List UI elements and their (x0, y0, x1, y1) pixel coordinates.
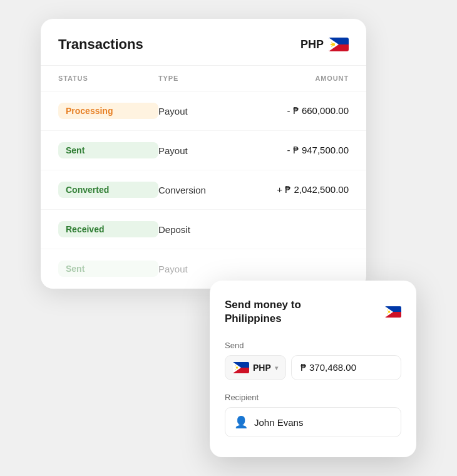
col-status-label: STATUS (58, 75, 158, 82)
amount-1: - ₱ 660,000.00 (259, 105, 349, 116)
recipient-name: John Evans (254, 417, 303, 428)
transactions-title: Transactions (58, 36, 143, 53)
col-amount-label: AMOUNT (259, 75, 349, 82)
ph-flag-icon (329, 38, 349, 51)
svg-point-13 (387, 313, 388, 314)
svg-point-20 (235, 369, 235, 370)
currency-selector[interactable]: PHP ▾ (225, 355, 286, 380)
type-payout-3: Payout (158, 264, 259, 274)
svg-point-21 (237, 367, 237, 368)
type-conversion: Conversion (158, 185, 259, 195)
table-row: Converted Conversion + ₱ 2,042,500.00 (41, 170, 366, 210)
status-badge-processing: Processing (58, 103, 158, 119)
ph-flag-send-icon (385, 306, 401, 318)
type-payout-1: Payout (158, 106, 259, 116)
type-deposit: Deposit (158, 224, 259, 235)
send-money-header: Send money to Philippines (225, 298, 401, 326)
selected-currency: PHP (253, 363, 271, 373)
currency-badge: PHP (300, 38, 349, 51)
status-badge-received: Received (58, 221, 158, 237)
svg-point-14 (389, 311, 389, 312)
send-money-card: Send money to Philippines Send (210, 281, 416, 457)
ph-flag-select-icon (233, 362, 249, 373)
table-header: STATUS TYPE AMOUNT (41, 66, 366, 91)
table-row: Received Deposit (41, 210, 366, 249)
send-row: PHP ▾ ₱ 370,468.00 (225, 355, 401, 380)
amount-input[interactable]: ₱ 370,468.00 (291, 355, 401, 380)
col-type-label: TYPE (158, 75, 259, 82)
status-badge-sent-1: Sent (58, 142, 158, 158)
svg-point-6 (331, 46, 332, 48)
status-badge-converted: Converted (58, 182, 158, 198)
transactions-header: Transactions PHP (41, 36, 366, 66)
send-label: Send (225, 341, 401, 350)
currency-code: PHP (300, 38, 324, 51)
amount-3: + ₱ 2,042,500.00 (259, 184, 349, 195)
type-payout-2: Payout (158, 145, 259, 156)
table-row: Processing Payout - ₱ 660,000.00 (41, 91, 366, 131)
chevron-down-icon: ▾ (275, 365, 278, 371)
svg-point-12 (387, 309, 388, 310)
amount-2: - ₱ 947,500.00 (259, 145, 349, 156)
table-row: Sent Payout - ₱ 947,500.00 (41, 131, 366, 170)
recipient-label: Recipient (225, 393, 401, 402)
svg-point-7 (334, 44, 335, 45)
send-money-title: Send money to Philippines (225, 298, 350, 326)
transactions-card: Transactions PHP (41, 19, 366, 289)
recipient-row[interactable]: 👤 John Evans (225, 407, 401, 437)
svg-point-5 (331, 42, 332, 43)
status-badge-sent-2: Sent (58, 261, 158, 277)
svg-point-19 (235, 365, 235, 366)
person-icon: 👤 (234, 415, 248, 429)
